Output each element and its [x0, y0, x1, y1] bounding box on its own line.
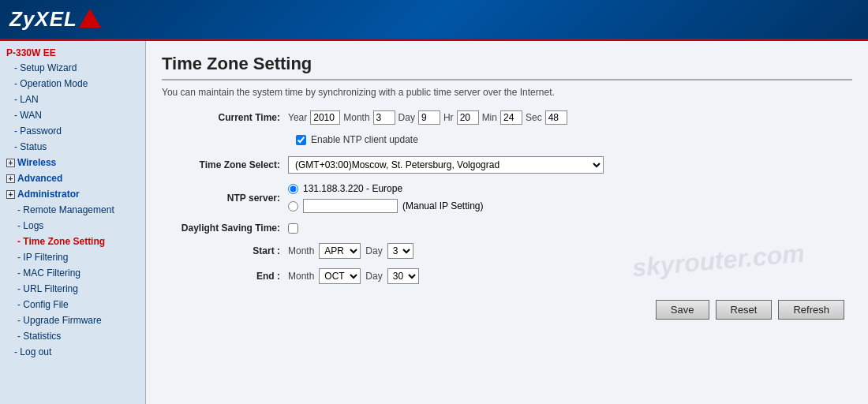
- timezone-label: Time Zone Select:: [162, 159, 288, 170]
- ntp-manual-radio[interactable]: [288, 201, 298, 211]
- reset-button[interactable]: Reset: [716, 300, 773, 320]
- current-time-row: Current Time: Year Month Day Hr Min Sec: [162, 110, 852, 125]
- min-input[interactable]: [500, 110, 522, 125]
- sidebar-item-remote-management[interactable]: - Remote Management: [0, 202, 145, 218]
- daylight-label: Daylight Saving Time:: [162, 223, 288, 234]
- sidebar-item-advanced[interactable]: + Advanced: [0, 170, 145, 186]
- logo-triangle: [79, 9, 101, 28]
- sidebar-item-ip-filtering[interactable]: - IP Filtering: [0, 249, 145, 265]
- sidebar-item-lan[interactable]: - LAN: [0, 92, 145, 107]
- sidebar-item-config-file[interactable]: - Config File: [0, 297, 145, 312]
- sidebar: P-330W EE - Setup Wizard - Operation Mod…: [0, 41, 146, 404]
- description-text: You can maintain the system time by sync…: [162, 87, 852, 98]
- sec-label: Sec: [526, 112, 542, 123]
- advanced-label: Advanced: [17, 173, 62, 184]
- sidebar-item-operation-mode[interactable]: - Operation Mode: [0, 76, 145, 92]
- month-input[interactable]: [373, 110, 395, 125]
- current-time-label: Current Time:: [162, 112, 288, 123]
- sidebar-item-wireless[interactable]: + Wireless: [0, 155, 145, 170]
- wireless-expand-icon: +: [6, 159, 15, 167]
- ntp-server-label: NTP server:: [162, 193, 288, 204]
- sidebar-item-url-filtering[interactable]: - URL Filtering: [0, 281, 145, 297]
- end-parts: Month JAN FEB MAR APR MAY JUN JUL AUG SE…: [288, 268, 419, 284]
- timezone-row: Time Zone Select: (GMT+03:00)Moscow, St.…: [162, 156, 852, 174]
- sidebar-item-wan[interactable]: - WAN: [0, 107, 145, 123]
- end-day-label: Day: [365, 271, 382, 282]
- ntp-auto-radio[interactable]: [288, 184, 298, 194]
- day-input[interactable]: [418, 110, 440, 125]
- admin-label: Administrator: [17, 189, 80, 200]
- wireless-label: Wireless: [17, 157, 56, 168]
- save-button[interactable]: Save: [656, 300, 709, 320]
- sec-input[interactable]: [545, 110, 567, 125]
- header: ZyXEL: [0, 0, 868, 41]
- ntp-manual-input[interactable]: [303, 199, 398, 213]
- sidebar-item-logout[interactable]: - Log out: [0, 344, 145, 360]
- daylight-checkbox-container: [288, 223, 298, 234]
- month-label: Month: [343, 112, 369, 123]
- sidebar-item-administrator[interactable]: + Administrator: [0, 186, 145, 202]
- content: skyrouter.com Time Zone Setting You can …: [146, 41, 868, 404]
- start-parts: Month JAN FEB MAR APR MAY JUN JUL AUG SE…: [288, 243, 413, 259]
- end-label: End :: [162, 271, 288, 282]
- daylight-row: Daylight Saving Time:: [162, 223, 852, 234]
- sidebar-item-statistics[interactable]: - Statistics: [0, 328, 145, 344]
- year-input[interactable]: [310, 110, 340, 125]
- start-day-label: Day: [365, 245, 382, 256]
- day-label: Day: [398, 112, 415, 123]
- ntp-options: 131.188.3.220 - Europe (Manual IP Settin…: [288, 183, 484, 213]
- min-label: Min: [482, 112, 497, 123]
- ntp-enable-label: Enable NTP client update: [311, 134, 418, 145]
- hr-input[interactable]: [457, 110, 479, 125]
- sidebar-item-password[interactable]: - Password: [0, 123, 145, 139]
- sidebar-item-logs[interactable]: - Logs: [0, 218, 145, 234]
- advanced-expand-icon: +: [6, 174, 15, 183]
- sidebar-item-setup-wizard[interactable]: - Setup Wizard: [0, 60, 145, 76]
- start-label: Start :: [162, 245, 288, 256]
- year-label: Year: [288, 112, 307, 123]
- sidebar-item-time-zone-setting[interactable]: - Time Zone Setting: [0, 234, 145, 249]
- sidebar-item-status[interactable]: - Status: [0, 139, 145, 155]
- end-row: End : Month JAN FEB MAR APR MAY JUN JUL …: [162, 268, 852, 284]
- end-day-select[interactable]: 28 29 30 31: [387, 268, 419, 284]
- sidebar-item-mac-filtering[interactable]: - MAC Filtering: [0, 265, 145, 281]
- main-layout: P-330W EE - Setup Wizard - Operation Mod…: [0, 41, 868, 404]
- ntp-auto-label: 131.188.3.220 - Europe: [303, 183, 402, 194]
- sidebar-item-upgrade-firmware[interactable]: - Upgrade Firmware: [0, 312, 145, 328]
- start-month-select[interactable]: JAN FEB MAR APR MAY JUN JUL AUG SEP OCT …: [319, 243, 361, 259]
- ntp-checkbox-row: Enable NTP client update: [162, 134, 852, 145]
- start-day-select[interactable]: 1 2 3 4 5: [387, 243, 413, 259]
- time-parts: Year Month Day Hr Min Sec: [288, 110, 567, 125]
- end-month-label: Month: [288, 271, 314, 282]
- refresh-button[interactable]: Refresh: [778, 300, 844, 320]
- end-month-select[interactable]: JAN FEB MAR APR MAY JUN JUL AUG SEP OCT …: [319, 268, 361, 284]
- hr-label: Hr: [443, 112, 454, 123]
- page-title: Time Zone Setting: [162, 54, 852, 80]
- ntp-manual-label: (Manual IP Setting): [402, 200, 484, 211]
- admin-expand-icon: +: [6, 190, 15, 199]
- ntp-server-row: NTP server: 131.188.3.220 - Europe (Manu…: [162, 183, 852, 213]
- button-row: Save Reset Refresh: [162, 300, 852, 320]
- ntp-auto-option: 131.188.3.220 - Europe: [288, 183, 484, 194]
- daylight-checkbox[interactable]: [288, 223, 298, 234]
- device-label: P-330W EE: [0, 44, 145, 60]
- start-month-label: Month: [288, 245, 314, 256]
- start-row: Start : Month JAN FEB MAR APR MAY JUN JU…: [162, 243, 852, 259]
- ntp-manual-option: (Manual IP Setting): [288, 199, 484, 213]
- timezone-select[interactable]: (GMT+03:00)Moscow, St. Petersburg, Volgo…: [288, 156, 604, 174]
- ntp-enable-checkbox[interactable]: [296, 135, 306, 145]
- logo-text: ZyXEL: [9, 7, 77, 32]
